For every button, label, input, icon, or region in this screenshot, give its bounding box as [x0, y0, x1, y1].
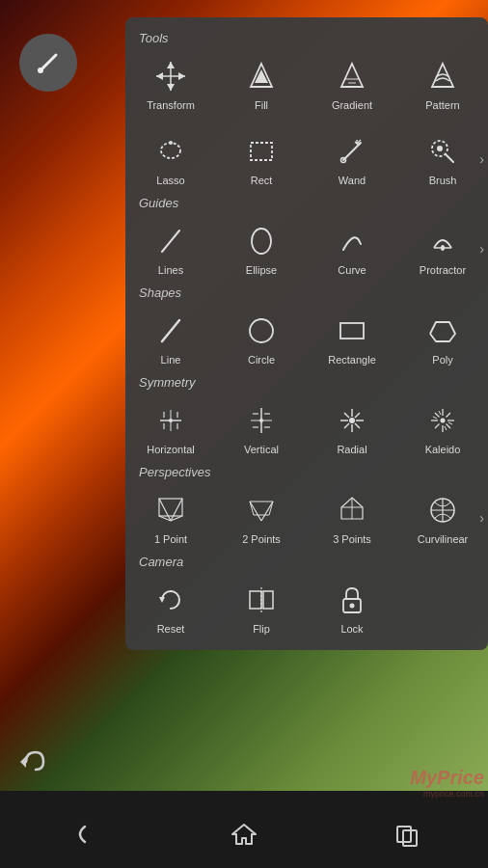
radial-icon [335, 403, 369, 438]
tool-vertical[interactable]: Vertical [216, 395, 307, 461]
tool-line[interactable]: Line [125, 306, 216, 371]
svg-line-25 [446, 154, 453, 162]
tool-1point[interactable]: 1 Point [125, 485, 216, 551]
tool-rectangle[interactable]: Rectangle [307, 306, 397, 371]
watermark-text: MyPrice [410, 767, 484, 789]
tool-poly[interactable]: Poly [397, 306, 488, 371]
3points-icon [335, 493, 369, 528]
tool-gradient[interactable]: Gradient [307, 51, 397, 117]
tool-rect[interactable]: Rect [216, 126, 307, 192]
tool-reset[interactable]: Reset [125, 575, 216, 640]
ellipse-icon [244, 224, 279, 258]
horizontal-icon [153, 403, 188, 438]
svg-marker-2 [20, 756, 26, 768]
tool-rect-label: Rect [251, 175, 273, 186]
tool-protractor[interactable]: Protractor [397, 216, 488, 282]
tool-brush-select[interactable]: Brush [397, 126, 488, 192]
section-select-title [125, 117, 488, 126]
svg-line-65 [435, 424, 440, 429]
lines-icon [153, 224, 188, 258]
tool-lasso-label: Lasso [156, 175, 184, 186]
tool-kaleido-label: Kaleido [425, 444, 461, 455]
tool-rectangle-label: Rectangle [328, 354, 376, 366]
undo-button[interactable] [14, 743, 53, 781]
perspectives-arrow: › [479, 510, 484, 526]
tool-fill[interactable]: Fill [216, 51, 307, 117]
lock-icon [335, 583, 369, 617]
flip-icon [244, 583, 279, 617]
tool-transform[interactable]: Transform [125, 51, 216, 117]
tool-kaleido[interactable]: Kaleido [397, 395, 488, 461]
tool-lines-label: Lines [158, 264, 183, 276]
tool-2points[interactable]: 2 Points [216, 485, 307, 551]
tool-curvilinear-label: Curvilinear [418, 533, 469, 545]
wand-icon [335, 134, 369, 169]
svg-marker-87 [159, 597, 165, 603]
tool-circle-label: Circle [248, 354, 275, 366]
tool-brush-select-label: Brush [429, 175, 457, 186]
tool-flip[interactable]: Flip [216, 575, 307, 640]
watermark-area: MyPrice myprice.com.cn [410, 767, 484, 799]
svg-point-30 [441, 245, 445, 251]
transform-icon [153, 59, 188, 94]
tool-lines[interactable]: Lines [125, 216, 216, 282]
section-camera-title: Camera [125, 551, 488, 575]
section-guides-title: Guides [125, 192, 488, 216]
back-icon [68, 821, 95, 848]
tool-2points-label: 2 Points [242, 533, 281, 545]
svg-marker-10 [255, 69, 268, 83]
recent-icon [393, 821, 420, 848]
svg-line-79 [269, 502, 273, 515]
tool-wand[interactable]: Wand [307, 126, 397, 192]
tools-section-select: Lasso Rect Wand [125, 126, 488, 192]
home-button[interactable] [220, 810, 268, 858]
tool-pattern[interactable]: Pattern [397, 51, 488, 117]
svg-line-71 [159, 499, 171, 521]
brush-select-icon [425, 134, 460, 169]
line-icon [153, 313, 188, 348]
tool-3points[interactable]: 3 Points [307, 485, 397, 551]
vertical-icon [244, 403, 279, 438]
svg-point-47 [259, 419, 263, 422]
tool-lasso[interactable]: Lasso [125, 126, 216, 192]
tool-ellipse-label: Ellipse [246, 264, 277, 276]
tool-radial-label: Radial [337, 444, 366, 455]
svg-line-67 [448, 422, 452, 424]
svg-line-68 [439, 411, 441, 415]
svg-marker-7 [156, 72, 163, 80]
svg-line-77 [261, 502, 273, 521]
tools-section-camera: Reset Flip Lock [125, 575, 488, 640]
rect-icon [244, 134, 279, 169]
brush-button[interactable] [19, 34, 77, 92]
tool-lock[interactable]: Lock [307, 575, 397, 640]
section-shapes-title: Shapes [125, 282, 488, 306]
svg-point-1 [38, 68, 43, 73]
back-button[interactable] [57, 810, 105, 858]
tool-horizontal-label: Horizontal [147, 444, 195, 455]
svg-line-53 [344, 413, 349, 418]
gradient-icon [335, 59, 369, 94]
svg-point-57 [441, 419, 446, 423]
recent-button[interactable] [383, 810, 431, 858]
tool-radial[interactable]: Radial [307, 395, 397, 461]
svg-point-32 [250, 319, 273, 342]
svg-line-54 [355, 423, 360, 428]
tool-horizontal[interactable]: Horizontal [125, 395, 216, 461]
tool-curvilinear[interactable]: Curvilinear [397, 485, 488, 551]
panel-title: Tools [125, 27, 488, 51]
svg-line-31 [162, 320, 179, 341]
svg-point-92 [350, 604, 355, 609]
svg-line-63 [447, 424, 451, 429]
curve-icon [335, 224, 369, 258]
svg-line-55 [355, 413, 360, 418]
kaleido-icon [425, 403, 460, 438]
tool-fill-label: Fill [255, 99, 268, 111]
svg-line-27 [162, 231, 179, 252]
tool-curve[interactable]: Curve [307, 216, 397, 282]
nav-bar [0, 800, 488, 868]
svg-rect-17 [251, 143, 272, 160]
svg-line-78 [250, 502, 254, 515]
tool-circle[interactable]: Circle [216, 306, 307, 371]
pattern-icon [425, 59, 460, 94]
tool-ellipse[interactable]: Ellipse [216, 216, 307, 282]
